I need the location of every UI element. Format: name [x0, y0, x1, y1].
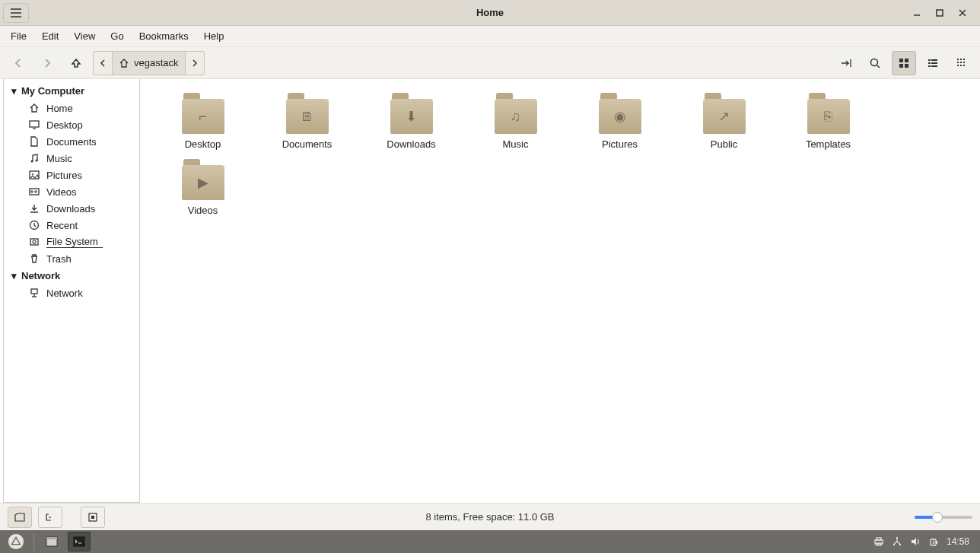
- list-view-button[interactable]: [921, 51, 945, 75]
- svg-point-25: [32, 173, 33, 175]
- svg-rect-21: [30, 121, 39, 127]
- nav-back-button[interactable]: [6, 51, 30, 75]
- sidebar-item-downloads[interactable]: Downloads: [4, 200, 139, 217]
- folder-glyph: ↗: [718, 108, 730, 125]
- svg-rect-19: [960, 65, 962, 66]
- svg-point-23: [36, 160, 38, 162]
- folder-downloads[interactable]: ⬇Downloads: [359, 94, 463, 154]
- sidebar-item-desktop[interactable]: Desktop: [4, 116, 139, 133]
- search-button[interactable]: [863, 51, 887, 75]
- sidebar-item-label: Documents: [46, 136, 97, 148]
- folder-documents[interactable]: 🗎Documents: [255, 94, 359, 154]
- zoom-slider[interactable]: [915, 516, 972, 519]
- folder-glyph: ⎘: [824, 109, 832, 125]
- doc-icon: [28, 135, 40, 148]
- svg-rect-42: [896, 537, 898, 539]
- menu-go[interactable]: Go: [104, 27, 129, 45]
- svg-rect-30: [30, 239, 38, 245]
- maximize-button[interactable]: [936, 9, 947, 17]
- folder-label: Videos: [188, 205, 218, 216]
- svg-rect-8: [928, 62, 931, 64]
- svg-point-28: [35, 191, 37, 193]
- menu-view[interactable]: View: [68, 27, 101, 45]
- svg-rect-14: [963, 59, 965, 60]
- path-segment-label: vegastack: [134, 57, 179, 68]
- close-button[interactable]: [959, 9, 969, 17]
- sidebar-item-label: Pictures: [46, 170, 82, 181]
- pic-icon: [28, 169, 40, 181]
- start-menu-button[interactable]: [5, 530, 27, 553]
- sidebar-item-label: Music: [46, 153, 72, 164]
- sidebar-item-label: Trash: [46, 253, 72, 265]
- folder-glyph: ▶: [198, 174, 208, 191]
- svg-rect-34: [91, 516, 94, 519]
- sidebar-section-network[interactable]: ▾ Network: [4, 267, 139, 284]
- network-icon[interactable]: [892, 536, 902, 547]
- network-icon: [28, 287, 40, 299]
- printer-icon[interactable]: [873, 536, 884, 547]
- sidebar-item-videos[interactable]: Videos: [4, 183, 139, 200]
- taskbar-terminal-button[interactable]: [68, 532, 91, 551]
- folder-icon: ◉: [599, 99, 641, 134]
- sidebar-item-music[interactable]: Music: [4, 150, 139, 167]
- menu-file[interactable]: File: [5, 27, 33, 45]
- sidebar-item-pictures[interactable]: Pictures: [4, 167, 139, 183]
- folder-videos[interactable]: ▶Videos: [151, 160, 255, 221]
- folder-icon: ⌐: [182, 99, 224, 134]
- compact-view-button[interactable]: [950, 51, 974, 75]
- svg-rect-20: [963, 65, 965, 66]
- folder-templates[interactable]: ⎘Templates: [776, 94, 880, 154]
- svg-point-27: [31, 191, 33, 193]
- svg-rect-38: [74, 537, 84, 546]
- folder-pictures[interactable]: ◉Pictures: [568, 94, 672, 154]
- sidebar-section-label: My Computer: [21, 85, 84, 97]
- sidebar-item-documents[interactable]: Documents: [4, 133, 139, 150]
- folder-label: Pictures: [602, 138, 638, 150]
- folder-view[interactable]: ⌐Desktop🗎Documents⬇Downloads♫Music◉Pictu…: [143, 79, 980, 503]
- sidebar-item-recent[interactable]: Recent: [4, 217, 139, 234]
- svg-rect-46: [936, 541, 937, 544]
- folder-label: Desktop: [185, 138, 221, 150]
- sidebar-item-label: Recent: [46, 220, 78, 231]
- folder-glyph: 🗎: [301, 109, 314, 125]
- folder-label: Public: [711, 138, 737, 150]
- status-text: 8 items, Free space: 11.0 GB: [0, 511, 980, 523]
- sidebar-item-home[interactable]: Home: [4, 100, 139, 116]
- sidebar-item-label: Desktop: [46, 119, 83, 131]
- toggle-location-button[interactable]: [834, 51, 858, 75]
- home-icon: [119, 58, 129, 68]
- close-sidebar-button[interactable]: [81, 507, 105, 528]
- svg-rect-7: [931, 59, 937, 61]
- fs-icon: [28, 236, 40, 248]
- toggle-tree-button[interactable]: [38, 507, 62, 528]
- svg-rect-5: [905, 64, 908, 68]
- path-next-button[interactable]: [186, 52, 204, 75]
- taskbar-filemanager-button[interactable]: [40, 532, 63, 551]
- path-segment-current[interactable]: vegastack: [113, 52, 186, 75]
- nav-forward-button[interactable]: [35, 51, 59, 75]
- volume-icon[interactable]: [910, 536, 921, 547]
- sidebar-item-file-system[interactable]: File System: [4, 234, 139, 250]
- icon-view-button[interactable]: [892, 51, 916, 75]
- hamburger-menu-icon[interactable]: [3, 3, 29, 23]
- taskbar: 14:58: [0, 530, 980, 553]
- sidebar-section-my-computer[interactable]: ▾ My Computer: [4, 82, 139, 100]
- menu-bookmarks[interactable]: Bookmarks: [133, 27, 195, 45]
- toggle-places-button[interactable]: [8, 507, 32, 528]
- music-icon: [28, 152, 40, 164]
- menu-help[interactable]: Help: [198, 27, 231, 45]
- folder-music[interactable]: ♫Music: [463, 94, 568, 154]
- sidebar-item-trash[interactable]: Trash: [4, 250, 139, 267]
- folder-public[interactable]: ↗Public: [672, 94, 776, 154]
- menu-bar: File Edit View Go Bookmarks Help: [0, 26, 980, 47]
- menu-edit[interactable]: Edit: [36, 27, 65, 45]
- path-prev-button[interactable]: [94, 52, 113, 75]
- sidebar-item-network[interactable]: Network: [4, 284, 139, 301]
- clock[interactable]: 14:58: [947, 536, 969, 547]
- system-tray: 14:58: [873, 536, 975, 547]
- minimize-button[interactable]: [913, 9, 924, 17]
- nav-up-button[interactable]: [64, 51, 88, 75]
- sidebar-item-label: Home: [46, 103, 73, 114]
- power-icon[interactable]: [928, 536, 939, 547]
- folder-desktop[interactable]: ⌐Desktop: [151, 94, 255, 154]
